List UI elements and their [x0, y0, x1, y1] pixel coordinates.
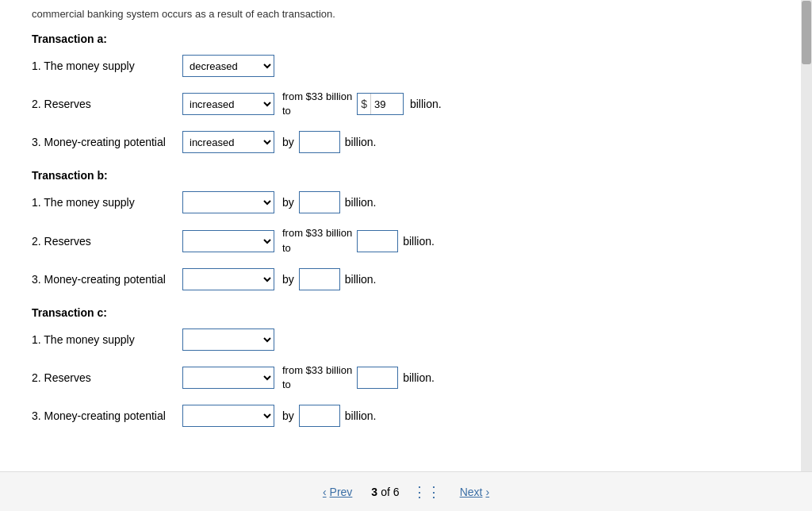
transaction-a-row-1: 1. The money supply decreased increased …	[32, 53, 780, 79]
pagination-bar: ‹ Prev 3 of 6 ⋮⋮ Next ›	[0, 471, 812, 511]
scrollbar-thumb[interactable]	[802, 1, 811, 64]
prev-chevron-icon: ‹	[323, 486, 327, 498]
row-b2-label: 2. Reserves	[32, 235, 182, 248]
row-b3-by: by	[282, 273, 294, 286]
transaction-b-row-2: 2. Reserves decreased increased unchange…	[32, 226, 780, 255]
row-c2-dropdown[interactable]: decreased increased unchanged	[182, 367, 274, 389]
transaction-b-row-1: 1. The money supply decreased increased …	[32, 190, 780, 215]
row-b2-input[interactable]	[357, 230, 398, 252]
row-a3-by: by	[282, 136, 294, 148]
prev-label: Prev	[330, 486, 353, 498]
of-label: of	[381, 486, 390, 498]
transaction-a-row-3: 3. Money-creating potential increased de…	[32, 129, 780, 155]
row-c3-label: 3. Money-creating potential	[32, 409, 182, 422]
row-c3-by: by	[282, 409, 294, 422]
page-info: 3 of 6	[371, 486, 399, 498]
intro-text: commercial banking system occurs as a re…	[32, 8, 780, 20]
main-content: commercial banking system occurs as a re…	[0, 0, 812, 506]
next-chevron-icon: ›	[485, 486, 489, 498]
row-a2-billion: billion.	[410, 98, 442, 110]
transaction-a-title: Transaction a:	[32, 33, 780, 45]
row-a2-fromto: from $33 billion to	[282, 90, 352, 118]
row-a3-label: 3. Money-creating potential	[32, 136, 182, 148]
row-b1-label: 1. The money supply	[32, 196, 182, 209]
row-b3-billion: billion.	[345, 273, 377, 286]
row-b1-by: by	[282, 196, 294, 209]
row-a3-input[interactable]	[299, 131, 340, 153]
row-a2-label: 2. Reserves	[32, 98, 182, 110]
transaction-c-title: Transaction c:	[32, 306, 780, 319]
next-button[interactable]: Next ›	[454, 482, 496, 501]
row-c3-input[interactable]	[299, 405, 340, 427]
row-b2-dropdown[interactable]: decreased increased unchanged	[182, 230, 274, 252]
row-c2-label: 2. Reserves	[32, 371, 182, 384]
dollar-sign: $	[358, 94, 371, 114]
row-c2-fromto: from $33 billion to	[282, 363, 352, 392]
row-b2-fromto: from $33 billion to	[282, 226, 352, 255]
row-c2-input[interactable]	[357, 367, 398, 389]
next-label: Next	[460, 486, 483, 498]
transaction-c-row-3: 3. Money-creating potential decreased in…	[32, 403, 780, 428]
transaction-b-section: Transaction b: 1. The money supply decre…	[32, 169, 780, 291]
row-b3-label: 3. Money-creating potential	[32, 273, 182, 286]
row-a3-dropdown[interactable]: increased decreased unchanged	[182, 131, 274, 153]
row-b1-billion: billion.	[345, 196, 377, 209]
grid-icon[interactable]: ⋮⋮	[412, 483, 441, 501]
row-b1-input[interactable]	[299, 191, 340, 213]
row-a2-dropdown[interactable]: increased decreased unchanged	[182, 93, 274, 115]
transaction-b-title: Transaction b:	[32, 169, 780, 182]
row-b1-dropdown[interactable]: decreased increased unchanged	[182, 191, 274, 213]
transaction-b-row-3: 3. Money-creating potential decreased in…	[32, 267, 780, 292]
row-c3-billion: billion.	[345, 409, 377, 422]
transaction-a-section: Transaction a: 1. The money supply decre…	[32, 33, 780, 155]
row-b2-billion: billion.	[403, 235, 435, 248]
row-a3-billion: billion.	[345, 136, 377, 148]
row-c1-label: 1. The money supply	[32, 333, 182, 346]
current-page: 3	[371, 486, 377, 498]
row-a1-dropdown[interactable]: decreased increased unchanged	[182, 55, 274, 77]
transaction-c-row-1: 1. The money supply decreased increased …	[32, 327, 780, 352]
row-c2-billion: billion.	[403, 371, 435, 384]
row-a2-dollar-container: $	[357, 93, 404, 115]
row-a1-label: 1. The money supply	[32, 60, 182, 72]
total-pages: 6	[393, 486, 400, 498]
row-c3-dropdown[interactable]: decreased increased unchanged	[182, 405, 274, 427]
row-b3-dropdown[interactable]: decreased increased unchanged	[182, 268, 274, 290]
transaction-c-section: Transaction c: 1. The money supply decre…	[32, 306, 780, 428]
row-a2-dollar-input[interactable]	[371, 94, 403, 114]
row-b3-input[interactable]	[299, 268, 340, 290]
transaction-a-row-2: 2. Reserves increased decreased unchange…	[32, 90, 780, 118]
transaction-c-row-2: 2. Reserves decreased increased unchange…	[32, 363, 780, 392]
row-c1-dropdown[interactable]: decreased increased unchanged	[182, 328, 274, 351]
scrollbar[interactable]	[801, 0, 812, 476]
prev-button[interactable]: ‹ Prev	[316, 482, 358, 501]
